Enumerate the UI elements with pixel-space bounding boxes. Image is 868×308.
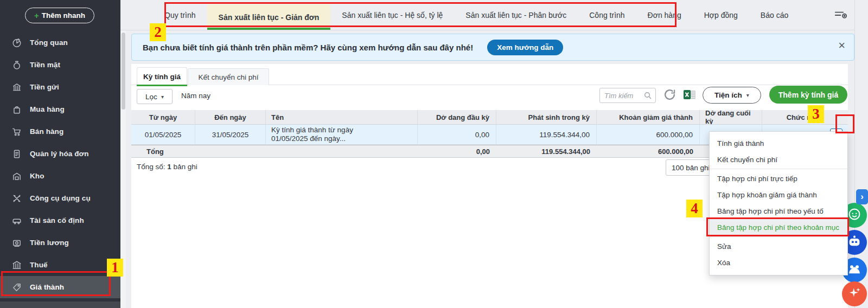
tab-san-xuat-lien-tuc-he-so-ty-le[interactable]: Sản xuất liên tục - Hệ số, tỷ lệ <box>330 0 454 30</box>
sidebar-item-cong-cu-dung-cu[interactable]: Công cụ dụng cụ <box>0 187 120 209</box>
sparkle-icon <box>846 285 863 303</box>
excel-export-icon[interactable] <box>682 89 696 102</box>
sidebar-item-tong-quan[interactable]: Tổng quan <box>0 31 120 54</box>
search-input[interactable] <box>600 88 641 102</box>
tab-quy-trinh[interactable]: Quy trình <box>153 0 207 30</box>
sidebar-item-tien-mat[interactable]: Tiền mặt <box>0 54 120 76</box>
total-empty <box>266 145 418 158</box>
quick-add-label: Thêm nhanh <box>42 11 85 20</box>
sidebar-item-label: Bán hàng <box>30 127 63 136</box>
col-header-den-ngay[interactable]: Đến ngày <box>195 110 266 125</box>
salary-icon <box>12 238 22 248</box>
sidebar-item-label: Công cụ dụng cụ <box>30 194 91 202</box>
sidebar-item-label: Giá thành <box>30 283 64 291</box>
top-tabs: Quy trình Sản xuất liên tục - Giản đơn S… <box>153 0 800 30</box>
chevron-down-icon: ▾ <box>161 94 164 100</box>
sidebar-item-label: Tiền gửi <box>30 83 59 91</box>
page-size-value: 100 bản ghi <box>672 164 710 172</box>
record-count: 1 <box>167 163 171 171</box>
cell-from-date: 01/05/2025 <box>131 125 195 145</box>
people-icon <box>846 261 863 279</box>
tab-label: Quy trình <box>164 11 196 20</box>
col-header-do-dang-dau-ky[interactable]: Dở dang đầu kỳ <box>418 110 496 125</box>
close-icon[interactable]: × <box>838 40 845 52</box>
quick-add-button[interactable]: + Thêm nhanh <box>25 8 94 23</box>
col-header-chuc-nang[interactable]: Chức năng <box>762 110 848 125</box>
summary-prefix: Tổng số: <box>137 163 165 171</box>
ai-assistant-button[interactable] <box>842 281 867 306</box>
view-guide-button[interactable]: Xem hướng dẫn <box>487 40 563 55</box>
record-count-summary: Tổng số: 1 bản ghi <box>137 163 197 171</box>
sidebar-menu: Tổng quan Tiền mặt Tiền gửi Mua hàng Bán… <box>0 31 120 298</box>
sidebar-item-quan-ly-hoa-don[interactable]: Quản lý hóa đơn <box>0 143 120 165</box>
money-bag-icon <box>12 60 22 70</box>
utilities-label: Tiện ích <box>714 91 742 99</box>
menu-item-xoa[interactable]: Xóa <box>710 254 847 271</box>
tab-label: Đơn hàng <box>648 11 681 20</box>
tab-label: Hợp đồng <box>704 11 738 20</box>
filter-button[interactable]: Lọc ▾ <box>137 89 173 104</box>
banner-message: Bạn chưa biết tính giá thành trên phần m… <box>143 43 473 52</box>
sidebar-item-mua-hang[interactable]: Mua hàng <box>0 98 120 120</box>
cart-icon <box>12 127 22 137</box>
col-header-tu-ngay[interactable]: Từ ngày <box>131 110 195 125</box>
sidebar-item-gia-thanh[interactable]: Giá thành <box>0 276 120 298</box>
cell-incurred: 119.554.344,00 <box>496 125 597 145</box>
shopping-bag-icon <box>12 105 22 114</box>
summary-suffix: bản ghi <box>174 163 197 171</box>
sidebar-item-label: Tiền lương <box>30 239 69 247</box>
menu-item-ket-chuyen-chi-phi[interactable]: Kết chuyển chi phí <box>710 151 847 168</box>
sidebar-scrollbar-thumb[interactable] <box>122 33 125 110</box>
chevron-down-icon: ▾ <box>746 92 749 98</box>
expand-panel-tab[interactable]: › <box>856 189 868 204</box>
menu-item-tinh-gia-thanh[interactable]: Tính giá thành <box>710 135 847 151</box>
tax-icon <box>12 260 22 270</box>
subtab-ky-tinh-gia[interactable]: Kỳ tính giá <box>137 67 187 85</box>
menu-item-bang-tap-hop-chi-phi-theo-yeu-to[interactable]: Bảng tập hợp chi phí theo yếu tố <box>710 203 847 219</box>
invoice-icon <box>12 149 22 159</box>
tools-icon <box>12 194 22 203</box>
tab-bao-cao[interactable]: Báo cáo <box>749 0 800 30</box>
sidebar-item-label: Quản lý hóa đơn <box>30 150 89 158</box>
cell-period-name: Kỳ tính giá thành từ ngày 01/05/2025 đến… <box>271 126 374 143</box>
sidebar-item-label: Tổng quan <box>30 39 68 47</box>
sidebar-item-tien-gui[interactable]: Tiền gửi <box>0 76 120 98</box>
menu-item-tap-hop-chi-phi-truc-tiep[interactable]: Tập hợp chi phí trực tiếp <box>710 170 847 187</box>
tab-label: Công trình <box>589 11 624 20</box>
tab-label: Sản xuất liên tục - Hệ số, tỷ lệ <box>342 11 443 20</box>
cell-to-date: 31/05/2025 <box>195 125 266 145</box>
col-header-khoan-giam-gia-thanh[interactable]: Khoản giảm giá thành <box>597 110 700 125</box>
col-header-phat-sinh-trong-ky[interactable]: Phát sinh trong kỳ <box>496 110 597 125</box>
col-header-ten[interactable]: Tên <box>266 110 418 125</box>
col-header-do-dang-cuoi-ky[interactable]: Dở dang cuối kỳ <box>700 110 762 125</box>
sidebar-item-ban-hang[interactable]: Bán hàng <box>0 120 120 143</box>
menu-item-sua[interactable]: Sửa <box>710 238 847 254</box>
add-costing-period-button[interactable]: Thêm kỳ tính giá <box>769 86 847 104</box>
utilities-button[interactable]: Tiện ích ▾ <box>703 87 761 104</box>
plus-icon: + <box>34 11 39 20</box>
subtab-ket-chuyen-chi-phi[interactable]: Kết chuyển chi phí <box>188 68 269 85</box>
truck-icon <box>12 216 22 226</box>
tab-hop-dong[interactable]: Hợp đồng <box>693 0 749 30</box>
sidebar-next-item-partial <box>0 301 120 308</box>
sidebar-item-kho[interactable]: Kho <box>0 165 120 187</box>
view-settings-icon[interactable] <box>834 9 847 21</box>
tab-san-xuat-lien-tuc-phan-buoc[interactable]: Sản xuất liên tục - Phân bước <box>454 0 578 30</box>
top-navigation-bar: Quy trình Sản xuất liên tục - Giản đơn S… <box>120 0 854 30</box>
bank-icon <box>12 82 22 92</box>
chevron-right-icon: › <box>860 191 864 202</box>
refresh-icon[interactable] <box>663 88 676 103</box>
tab-san-xuat-lien-tuc-gian-don[interactable]: Sản xuất liên tục - Giản đơn <box>207 4 331 30</box>
tab-don-hang[interactable]: Đơn hàng <box>636 0 693 30</box>
sidebar-item-thue[interactable]: Thuế <box>0 254 120 276</box>
total-empty <box>195 145 266 158</box>
cell-opening-wip: 0,00 <box>418 125 496 145</box>
menu-item-tap-hop-khoan-giam-gia-thanh[interactable]: Tập hợp khoản giảm giá thành <box>710 187 847 203</box>
menu-item-bang-tap-hop-chi-phi-theo-khoan-muc[interactable]: Bảng tập hợp chi phí theo khoản mục <box>710 219 847 235</box>
total-label: Tổng <box>131 145 195 158</box>
tab-cong-trinh[interactable]: Công trình <box>578 0 636 30</box>
subtab-label: Kết chuyển chi phí <box>198 73 258 81</box>
sidebar-item-tai-san-co-dinh[interactable]: Tài sản cố định <box>0 209 120 232</box>
sidebar-item-tien-luong[interactable]: Tiền lương <box>0 232 120 254</box>
price-tag-icon <box>12 283 22 292</box>
